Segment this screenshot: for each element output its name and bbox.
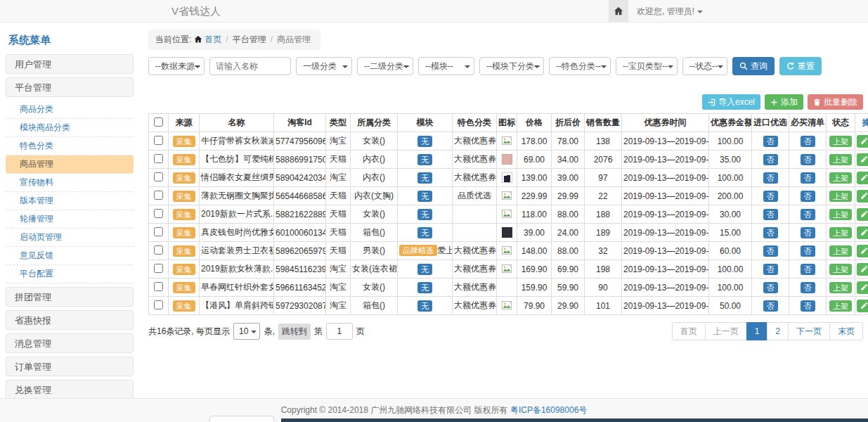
edit-button[interactable]	[857, 153, 868, 166]
status-badge[interactable]: 上架	[829, 245, 852, 257]
sidebar-group[interactable]: 省惠快报	[6, 310, 134, 330]
row-checkbox[interactable]	[154, 300, 163, 309]
filter-select[interactable]: --宝贝类型--	[616, 57, 678, 75]
row-checkbox[interactable]	[154, 209, 163, 218]
import-select-badge[interactable]: 否	[763, 191, 778, 202]
module-badge[interactable]: 无	[417, 209, 432, 220]
row-checkbox[interactable]	[154, 136, 163, 145]
status-badge[interactable]: 上架	[829, 264, 852, 275]
edit-button[interactable]	[857, 190, 868, 203]
breadcrumb-home-link[interactable]: 首页	[205, 34, 221, 44]
row-checkbox[interactable]	[154, 282, 163, 291]
edit-button[interactable]	[857, 226, 868, 239]
must-buy-badge[interactable]: 否	[801, 191, 815, 202]
sidebar-item[interactable]: 轮播管理	[6, 210, 134, 229]
must-buy-badge[interactable]: 否	[801, 300, 815, 312]
module-badge[interactable]: 无	[417, 227, 432, 238]
home-button[interactable]	[609, 0, 628, 22]
row-checkbox[interactable]	[154, 227, 163, 236]
edit-button[interactable]	[857, 172, 868, 184]
sidebar-item[interactable]: 商品管理	[6, 155, 134, 174]
module-badge[interactable]: 无	[417, 282, 432, 293]
must-buy-badge[interactable]: 否	[801, 172, 815, 184]
module-badge[interactable]: 无	[417, 172, 432, 184]
search-button[interactable]: 查询	[732, 57, 775, 75]
must-buy-badge[interactable]: 否	[801, 209, 815, 220]
import-select-badge[interactable]: 否	[763, 300, 778, 312]
import-select-badge[interactable]: 否	[763, 282, 778, 293]
import-select-badge[interactable]: 否	[763, 209, 778, 220]
reset-button[interactable]: 重置	[779, 57, 822, 75]
edit-button[interactable]	[857, 208, 868, 221]
name-search-input[interactable]	[209, 57, 291, 75]
import-select-badge[interactable]: 否	[763, 245, 778, 257]
status-badge[interactable]: 上架	[829, 227, 852, 238]
module-badge[interactable]: 无	[417, 264, 432, 275]
edit-button[interactable]	[857, 263, 868, 276]
sidebar-item[interactable]: 特色分类	[6, 137, 134, 155]
page-button[interactable]: 2	[767, 322, 789, 340]
filter-select[interactable]: --模块下分类--	[479, 57, 544, 75]
import-select-badge[interactable]: 否	[763, 264, 778, 275]
sidebar-item[interactable]: 平台配置	[6, 265, 134, 283]
sidebar-group[interactable]: 订单管理	[6, 357, 134, 376]
must-buy-badge[interactable]: 否	[801, 282, 815, 293]
filter-select[interactable]: --模块--	[418, 57, 474, 75]
filter-select[interactable]: --二级分类--	[357, 57, 413, 75]
sidebar-item[interactable]: 版本管理	[6, 192, 134, 210]
row-checkbox[interactable]	[154, 191, 163, 200]
status-badge[interactable]: 上架	[829, 172, 852, 184]
import-select-badge[interactable]: 否	[763, 172, 778, 184]
module-badge[interactable]: 品牌精选	[399, 245, 437, 256]
sidebar-item[interactable]: 意见反馈	[6, 247, 134, 265]
import-excel-button[interactable]: 导入excel	[702, 94, 760, 110]
module-badge[interactable]: 无	[417, 154, 432, 165]
import-select-badge[interactable]: 否	[763, 136, 778, 147]
row-checkbox[interactable]	[154, 172, 163, 181]
sidebar-item[interactable]: 商品分类	[6, 101, 134, 119]
module-badge[interactable]: 无	[417, 136, 432, 147]
batch-delete-button[interactable]: 批量删除	[808, 94, 863, 110]
row-checkbox[interactable]	[154, 245, 163, 255]
row-checkbox[interactable]	[154, 264, 163, 273]
per-page-select[interactable]: 10	[233, 323, 260, 340]
page-button[interactable]: 上一页	[705, 322, 747, 340]
status-badge[interactable]: 上架	[829, 136, 852, 147]
filter-select[interactable]: --数据来源--	[148, 57, 205, 75]
must-buy-badge[interactable]: 否	[801, 227, 815, 238]
must-buy-badge[interactable]: 否	[801, 136, 815, 147]
user-menu[interactable]: 欢迎您, 管理员!	[637, 0, 703, 23]
filter-select[interactable]: --状态--	[682, 57, 727, 75]
must-buy-badge[interactable]: 否	[801, 245, 815, 257]
sidebar-group[interactable]: 消息管理	[6, 333, 134, 353]
must-buy-badge[interactable]: 否	[801, 264, 815, 275]
sidebar-group[interactable]: 拼团管理	[6, 287, 134, 307]
page-button[interactable]: 1	[746, 322, 768, 340]
status-badge[interactable]: 上架	[829, 154, 852, 165]
sidebar-group[interactable]: 平台管理	[6, 77, 134, 97]
must-buy-badge[interactable]: 否	[801, 154, 815, 165]
filter-select[interactable]: --特色分类--	[549, 57, 611, 75]
icp-link[interactable]: 粤ICP备16098006号	[510, 404, 587, 416]
edit-button[interactable]	[857, 281, 868, 294]
page-button[interactable]: 末页	[829, 322, 863, 340]
module-badge[interactable]: 无	[417, 191, 432, 202]
status-badge[interactable]: 上架	[829, 209, 852, 220]
import-select-badge[interactable]: 否	[763, 227, 778, 238]
sidebar-item[interactable]: 宣传物料	[6, 174, 134, 192]
sidebar-item[interactable]: 启动页管理	[6, 229, 134, 247]
module-badge[interactable]: 无	[417, 300, 432, 312]
page-button[interactable]: 首页	[672, 322, 706, 340]
edit-button[interactable]	[857, 300, 868, 312]
page-button[interactable]: 下一页	[788, 322, 830, 340]
add-button[interactable]: 添加	[765, 94, 803, 110]
select-all-checkbox[interactable]	[154, 117, 163, 127]
status-badge[interactable]: 上架	[829, 282, 852, 293]
status-badge[interactable]: 上架	[829, 300, 852, 312]
sidebar-group[interactable]: 用户管理	[6, 54, 134, 74]
import-select-badge[interactable]: 否	[763, 154, 778, 165]
sidebar-group[interactable]: 兑换管理	[6, 380, 134, 399]
jump-to-button[interactable]: 跳转到	[278, 324, 311, 340]
status-badge[interactable]: 上架	[829, 191, 852, 202]
sidebar-item[interactable]: 模块商品分类	[6, 119, 134, 137]
